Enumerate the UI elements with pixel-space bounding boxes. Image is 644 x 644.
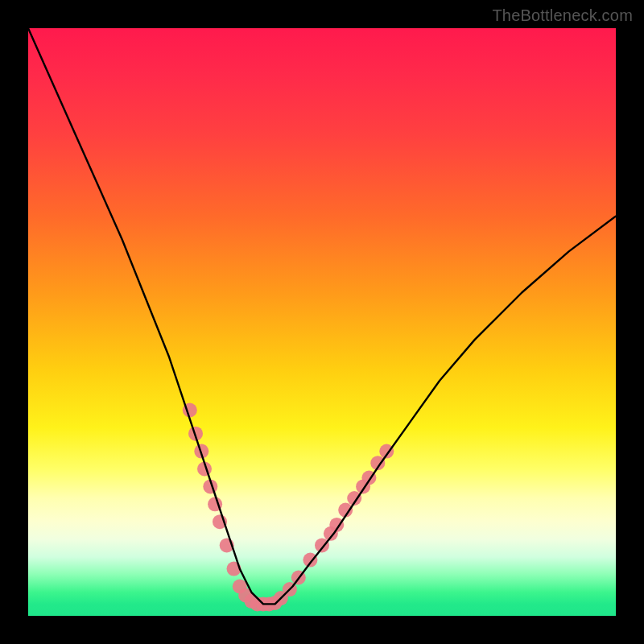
marker-group [183,403,394,612]
attribution-label: TheBottleneck.com [492,6,633,25]
marker-dot [315,538,329,552]
chart-frame: TheBottleneck.com [0,0,644,644]
plot-area [28,28,616,616]
chart-svg [28,28,616,616]
marker-dot [303,553,317,568]
bottleneck-curve-path [28,28,616,604]
